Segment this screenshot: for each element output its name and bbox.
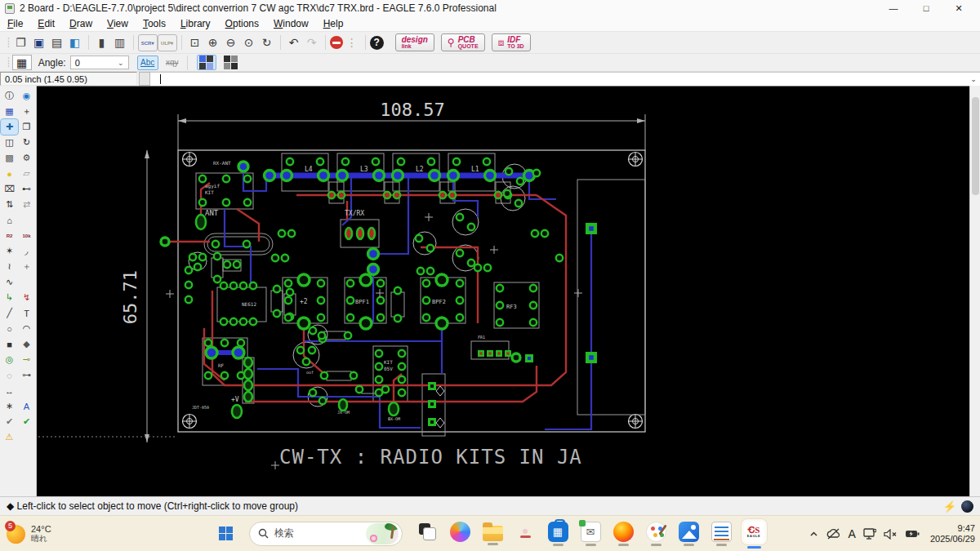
taskbar-clock[interactable]: 9:472025/06/29 — [930, 523, 975, 544]
taskbar-app-firefox[interactable] — [607, 517, 639, 551]
print-button[interactable]: ▤ — [48, 34, 66, 51]
tool-name-button[interactable]: R2 — [1, 228, 18, 243]
taskbar-app-notepad[interactable] — [705, 517, 737, 551]
taskbar-app-task-view[interactable] — [411, 517, 443, 551]
tool-add-button[interactable]: ⊷ — [18, 181, 35, 197]
taskbar-app-store[interactable]: ▦ — [541, 517, 574, 551]
power-icon[interactable] — [905, 529, 920, 539]
tool-show-button[interactable]: ◉ — [18, 88, 35, 104]
angle-select[interactable]: 0 ⌄ — [70, 56, 129, 69]
command-history-dropdown[interactable]: ⌄ — [967, 72, 980, 86]
toolbar2-drag-handle[interactable]: ┊ — [6, 57, 10, 68]
tool-attach-button[interactable]: ⊶ — [18, 367, 35, 383]
tool-copy-button[interactable]: ❐ — [18, 119, 35, 135]
zoom-redraw-button[interactable]: ↻ — [258, 34, 276, 51]
weather-widget[interactable]: 5 24°C 晴れ — [7, 516, 51, 551]
export-image-button[interactable]: ◧ — [66, 34, 84, 51]
tool-dimension-button[interactable]: ↔ — [1, 383, 18, 398]
volume-muted-icon[interactable] — [884, 529, 898, 540]
tool-replace-button[interactable]: ⇄ — [18, 197, 35, 212]
tool-drc-button[interactable]: ✔ — [18, 414, 35, 429]
menu-item-window[interactable]: Window — [266, 18, 316, 29]
tool-via-button[interactable]: ◎ — [1, 352, 18, 367]
minimize-button[interactable]: — — [877, 3, 910, 14]
menu-item-help[interactable]: Help — [316, 18, 351, 29]
tool-pinswap-button[interactable]: ⇅ — [1, 197, 18, 212]
tool-group-button[interactable]: ▩ — [1, 150, 18, 166]
command-input[interactable] — [150, 72, 967, 86]
grid-button[interactable]: ▦ — [12, 55, 32, 70]
toolbar-drag-handle[interactable]: ┊ — [6, 38, 10, 48]
tool-rect-button[interactable]: ■ — [1, 336, 18, 352]
start-button[interactable] — [210, 518, 241, 549]
tool-cut-button[interactable]: ● — [1, 166, 18, 181]
taskbar-app-copilot[interactable] — [443, 517, 476, 551]
tool-value-button[interactable]: 10k — [18, 228, 35, 243]
taskbar-app-edge[interactable] — [509, 517, 541, 551]
layer-display-top-button[interactable] — [197, 55, 216, 70]
taskbar-app-eagle[interactable]: ꞒSEAGLE — [737, 517, 770, 551]
stop-button[interactable] — [330, 36, 343, 49]
tool-circle-button[interactable]: ○ — [1, 321, 18, 336]
tool-polygon-button[interactable]: ◆ — [18, 336, 35, 352]
scrollbar-thumb[interactable] — [972, 97, 979, 195]
tool-lock-button[interactable]: ⌂ — [1, 212, 18, 228]
tool-arc-button[interactable]: ◠ — [18, 321, 35, 336]
taskbar-app-paint[interactable] — [639, 517, 672, 551]
menu-item-file[interactable]: File — [0, 18, 30, 29]
menu-item-view[interactable]: View — [100, 18, 136, 29]
tool-hole-button[interactable]: ◌ — [1, 367, 18, 383]
library-bars-button[interactable]: ▥ — [111, 34, 129, 51]
tool-display-button[interactable]: ▦ — [1, 104, 18, 119]
sphere-icon[interactable] — [961, 500, 973, 513]
tool-meander-button[interactable]: ∿ — [1, 274, 18, 290]
menu-item-options[interactable]: Options — [218, 18, 266, 29]
taskbar-app-explorer[interactable] — [476, 517, 509, 551]
monitor-icon[interactable] — [863, 528, 876, 540]
undo-button[interactable]: ↶ — [285, 34, 303, 51]
zoom-fit-button[interactable]: ⊡ — [186, 34, 204, 51]
tool-mark-button[interactable]: ＋ — [18, 104, 35, 119]
taskbar-app-photos[interactable] — [672, 517, 705, 551]
tool-rotate-button[interactable]: ↻ — [18, 135, 35, 150]
help-button[interactable]: ? — [370, 36, 384, 50]
tool-delete-button[interactable]: ⌧ — [1, 181, 18, 197]
taskbar-app-mail[interactable]: ✉ — [574, 517, 607, 551]
tool-move-button[interactable]: ✚ — [1, 119, 18, 135]
save-button[interactable]: ▣ — [30, 34, 48, 51]
vertical-scrollbar[interactable] — [969, 86, 980, 496]
ime-a-icon[interactable]: A — [849, 527, 856, 540]
run-ulp-button[interactable]: ULP▾ — [158, 34, 177, 51]
tool-mirror-button[interactable]: ◫ — [1, 135, 18, 150]
tool-info-button[interactable]: ⓘ — [1, 88, 18, 104]
menu-item-tools[interactable]: Tools — [136, 18, 173, 29]
tool-smash-button[interactable]: ✶ — [1, 243, 18, 259]
menu-item-edit[interactable]: Edit — [30, 18, 62, 29]
maximize-button[interactable]: □ — [910, 3, 942, 14]
pcb-canvas[interactable]: 108.5765.71RX-ANTagyifKITANTTX/RXNE612+2… — [37, 86, 969, 496]
tool-auto-button[interactable]: A — [18, 398, 35, 414]
tool-optimize-button[interactable]: ＋ — [18, 259, 35, 274]
tool-signal-button[interactable]: ⊸ — [18, 352, 35, 367]
run-script-button[interactable]: SCR▾ — [138, 34, 158, 51]
text-abc-button[interactable]: Abc — [137, 56, 158, 70]
menu-item-draw[interactable]: Draw — [62, 18, 100, 29]
tool-miter-button[interactable]: ◞ — [18, 243, 35, 259]
tool-errors-button[interactable]: ⚠ — [1, 429, 18, 445]
zoom-in-button[interactable]: ⊕ — [204, 34, 222, 51]
chevron-up-icon[interactable] — [808, 529, 819, 540]
pcb-quote-button[interactable]: ⚲PCBQUOTE — [441, 33, 485, 51]
open-button[interactable]: ❐ — [12, 34, 30, 51]
tool-ratsnest-button[interactable]: ∗ — [1, 398, 18, 414]
tool-paste-button[interactable]: ▱ — [18, 166, 35, 181]
tool-erc-button[interactable]: ✔ — [1, 414, 18, 429]
close-button[interactable]: ✕ — [942, 3, 975, 14]
tool-route-button[interactable]: ↳ — [1, 290, 18, 305]
layer-display-bottom-button[interactable] — [221, 55, 241, 70]
zoom-out-button[interactable]: ⊖ — [222, 34, 240, 51]
menu-item-library[interactable]: Library — [173, 18, 218, 29]
command-mini-button[interactable] — [139, 72, 150, 86]
idf-to-3d-button[interactable]: ⧈IDFTO 3D — [492, 33, 531, 51]
zoom-select-button[interactable]: ⊙ — [240, 34, 258, 51]
tool-change-button[interactable]: ⚙ — [18, 150, 35, 166]
